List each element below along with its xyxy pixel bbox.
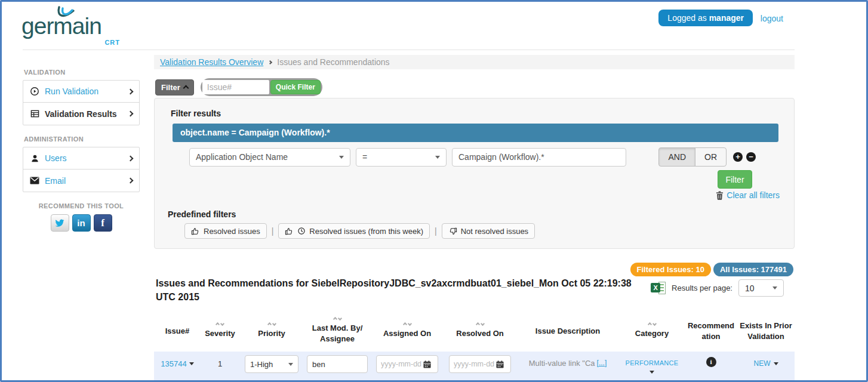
filter-value-input[interactable] — [452, 148, 626, 167]
sidebar-group-validation: Run Validation Validation Results — [23, 80, 140, 125]
sidebar-item-label: Run Validation — [45, 87, 123, 96]
and-button[interactable]: AND — [658, 147, 695, 167]
assigned-on-date-field — [376, 355, 438, 373]
or-button[interactable]: OR — [695, 147, 727, 167]
breadcrumb: Validation Results Overview Issues and R… — [154, 55, 795, 69]
operator-select-value: = — [362, 152, 367, 162]
column-header-resolved-on[interactable]: Resolved On — [444, 311, 516, 351]
column-header-last-mod-by[interactable]: Last Mod. By/ Assignee — [304, 311, 371, 351]
sort-control[interactable] — [476, 323, 484, 326]
filter-panel: Filter results object.name = Campaign (W… — [154, 98, 795, 249]
sidebar-item-label: Users — [45, 153, 123, 163]
column-header-issue-number: Issue# — [154, 311, 201, 351]
sidebar-item-validation-results[interactable]: Validation Results — [23, 103, 139, 125]
predefined-separator: | — [435, 226, 437, 236]
field-select-value: Application Object Name — [196, 152, 288, 162]
sidebar-item-email[interactable]: Email — [23, 170, 139, 192]
chevron-up-icon — [183, 85, 189, 91]
quick-filter-button[interactable]: Quick Filter — [270, 80, 321, 94]
category-value: PERFORMANCE — [626, 359, 679, 366]
user-icon — [30, 154, 39, 163]
predefined-filters: Predefined filters Resolved issues | Res… — [168, 210, 535, 239]
calendar-icon[interactable] — [423, 361, 431, 368]
assignee-input[interactable] — [307, 355, 368, 373]
issues-table-header: Issue# Severity Priority Last Mod. By/ A… — [154, 311, 795, 351]
predefined-filter-label: Resolved issues (from this week) — [309, 227, 423, 236]
sort-control[interactable] — [334, 318, 341, 321]
excel-icon: X — [651, 283, 660, 292]
column-header-severity[interactable]: Severity — [201, 311, 239, 351]
predefined-filter-label: Resolved issues — [204, 227, 260, 236]
issue-number-link[interactable]: 135744 — [161, 359, 193, 368]
quick-filter-group: Quick Filter — [201, 78, 322, 96]
facebook-icon: f — [101, 217, 104, 229]
add-condition-button[interactable]: + — [733, 152, 743, 162]
logo-subtext: CRT — [104, 39, 120, 46]
sort-desc-icon — [220, 322, 224, 326]
breadcrumb-current: Issues and Recommendations — [277, 57, 389, 67]
filter-results-title: Filter results — [171, 109, 781, 118]
results-controls: X Results per page: 10 — [651, 279, 784, 297]
clear-all-filters-link[interactable]: Clear all filters — [727, 190, 780, 200]
all-issues-badge: All Issues: 177491 — [713, 263, 793, 276]
predefined-filter-resolved-this-week[interactable]: Resolved issues (from this week) — [278, 223, 430, 239]
sort-asc-icon — [647, 322, 651, 326]
sort-asc-icon — [267, 322, 271, 326]
twitter-icon — [54, 218, 65, 228]
exists-in-prior-select[interactable]: NEW — [754, 359, 778, 368]
predefined-filter-resolved[interactable]: Resolved issues — [184, 223, 267, 239]
main-content: Validation Results Overview Issues and R… — [154, 2, 795, 382]
sort-desc-icon — [480, 322, 484, 326]
sidebar-item-run-validation[interactable]: Run Validation — [23, 81, 139, 103]
calendar-icon[interactable] — [496, 361, 504, 368]
issue-description-text: Multi-value link "Ca — [529, 359, 595, 368]
breadcrumb-link-validation-results-overview[interactable]: Validation Results Overview — [160, 57, 263, 67]
sort-desc-icon — [272, 322, 276, 326]
issue-number-input[interactable] — [202, 80, 269, 94]
sort-control[interactable] — [268, 323, 276, 326]
results-per-page-value: 10 — [745, 284, 755, 293]
column-header-category[interactable]: Category — [619, 311, 685, 351]
app-window: germain CRT Logged as manager logout VAL… — [0, 0, 868, 382]
facebook-share-button[interactable]: f — [94, 214, 112, 232]
field-select[interactable]: Application Object Name — [189, 148, 350, 167]
resolved-on-input[interactable] — [454, 360, 494, 368]
clock-icon — [297, 227, 306, 235]
sort-desc-icon — [337, 316, 341, 321]
sidebar-item-users[interactable]: Users — [23, 147, 139, 170]
column-header-issue-description: Issue Description — [516, 311, 619, 351]
filter-toggle-button[interactable]: Filter — [155, 79, 194, 96]
twitter-share-button[interactable] — [51, 214, 69, 232]
filter-toggle-label: Filter — [161, 83, 180, 92]
logo-swoosh-icon — [55, 5, 78, 22]
description-expand-link[interactable]: [...] — [597, 359, 607, 367]
excel-export-button[interactable]: X — [651, 282, 666, 294]
column-header-assigned-on[interactable]: Assigned On — [371, 311, 444, 351]
sort-control[interactable] — [648, 323, 656, 326]
assigned-on-input[interactable] — [381, 360, 421, 368]
predefined-filters-title: Predefined filters — [168, 210, 535, 219]
germain-logo[interactable]: germain CRT — [21, 8, 120, 46]
sort-control[interactable] — [216, 323, 224, 326]
breadcrumb-separator-icon — [268, 60, 272, 64]
sidebar-item-label: Validation Results — [45, 109, 123, 119]
sort-desc-icon — [652, 322, 656, 326]
recommendation-info-icon[interactable]: i — [706, 357, 716, 367]
category-select[interactable]: PERFORMANCE — [626, 359, 679, 374]
predefined-filter-not-resolved[interactable]: Not resolved issues — [442, 223, 535, 239]
column-header-priority[interactable]: Priority — [239, 311, 304, 351]
thumbs-down-icon — [448, 227, 457, 236]
linkedin-share-button[interactable]: in — [72, 214, 91, 232]
column-header-recommendation: Recommendation — [685, 311, 737, 351]
trash-icon — [716, 191, 724, 200]
thumbs-up-icon — [285, 227, 294, 236]
linkedin-icon: in — [77, 218, 85, 228]
results-per-page-select[interactable]: 10 — [738, 279, 784, 297]
sidebar-section-administration-title: ADMINISTRATION — [24, 135, 140, 143]
filter-submit-button[interactable]: Filter — [718, 170, 752, 189]
sort-control[interactable] — [404, 323, 411, 326]
priority-select[interactable]: 1-High — [245, 355, 298, 373]
remove-condition-button[interactable]: − — [746, 152, 756, 162]
operator-select[interactable]: = — [356, 148, 447, 167]
filter-expression-bar[interactable]: object.name = Campaign (Workflow).* — [173, 124, 778, 142]
